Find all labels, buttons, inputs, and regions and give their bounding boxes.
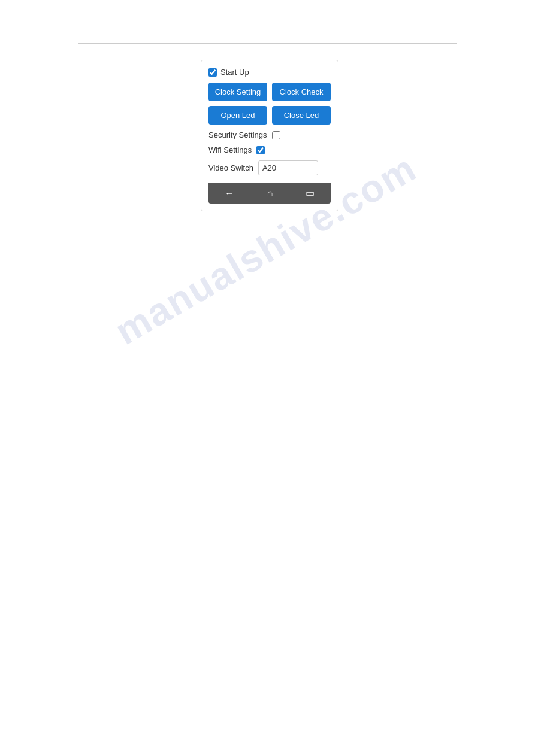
security-settings-checkbox[interactable] bbox=[272, 131, 280, 139]
home-icon[interactable]: ⌂ bbox=[267, 188, 273, 199]
security-settings-row: Security Settings bbox=[208, 130, 331, 139]
clock-check-button[interactable]: Clock Check bbox=[272, 83, 331, 101]
recents-icon[interactable]: ▭ bbox=[306, 187, 315, 199]
led-button-row: Open Led Close Led bbox=[208, 106, 331, 125]
video-switch-label: Video Switch bbox=[208, 163, 253, 172]
close-led-button[interactable]: Close Led bbox=[272, 106, 331, 125]
security-settings-label: Security Settings bbox=[208, 130, 267, 139]
wifi-settings-checkbox[interactable] bbox=[256, 146, 265, 154]
settings-section: Security Settings Wifi Settings Video Sw… bbox=[208, 130, 331, 175]
back-icon[interactable]: ← bbox=[225, 188, 234, 199]
top-divider bbox=[78, 43, 457, 44]
clock-setting-button[interactable]: Clock Setting bbox=[208, 83, 267, 101]
startup-checkbox[interactable] bbox=[208, 68, 217, 77]
open-led-button[interactable]: Open Led bbox=[208, 106, 267, 125]
wifi-settings-row: Wifi Settings bbox=[208, 145, 331, 154]
startup-label: Start Up bbox=[220, 68, 249, 77]
video-switch-row: Video Switch bbox=[208, 160, 331, 175]
wifi-settings-label: Wifi Settings bbox=[208, 145, 252, 154]
startup-row: Start Up bbox=[208, 68, 331, 77]
video-switch-input[interactable] bbox=[258, 160, 318, 175]
nav-bar: ← ⌂ ▭ bbox=[208, 183, 331, 204]
clock-button-row: Clock Setting Clock Check bbox=[208, 83, 331, 101]
device-panel: Start Up Clock Setting Clock Check Open … bbox=[201, 60, 338, 211]
